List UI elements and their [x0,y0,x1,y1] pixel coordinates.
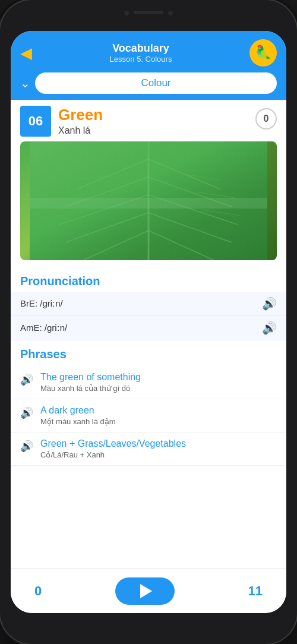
phrase-1-sound-button[interactable]: 🔊 [20,373,33,386]
phrase-item-2: 🔊 A dark green Một màu xanh lá đậm [11,399,286,433]
play-icon [140,584,152,598]
camera-dot [124,11,129,15]
category-bar: ⌄ Colour [11,72,286,100]
ame-sound-button[interactable]: 🔊 [262,321,277,335]
phrase-2-sound-button[interactable]: 🔊 [20,406,33,419]
pronunciation-bre: BrE: /griːn/ 🔊 [11,292,286,316]
play-button[interactable] [115,577,175,605]
phone-top-decoration [124,11,173,15]
word-english: Green [58,106,277,124]
app-header: ◀ Vocabulary Lesson 5. Colours 🦜 [11,31,286,72]
word-vietnamese: Xanh lá [58,125,277,136]
phone-shell: ◀ Vocabulary Lesson 5. Colours 🦜 ⌄ Colou… [0,0,297,644]
parrot-icon[interactable]: 🦜 [249,39,277,67]
ame-text: AmE: /griːn/ [20,323,67,333]
phrase-1-content: The green of something Màu xanh lá của t… [40,372,141,393]
phrase-3-sound-button[interactable]: 🔊 [20,440,33,453]
pronunciation-ame: AmE: /griːn/ 🔊 [11,316,286,340]
phrase-item-1: 🔊 The green of something Màu xanh lá của… [11,366,286,399]
word-number: 06 [20,106,51,137]
phrase-3-english: Green + Grass/Leaves/Vegetables [40,438,186,449]
main-content: 06 Green Xanh lá 0 [11,100,286,569]
sensor-dot [168,11,173,15]
content-spacer [11,466,286,478]
bre-sound-button[interactable]: 🔊 [262,296,277,311]
speaker-dot [134,11,163,14]
bre-text: BrE: /griːn/ [20,298,63,309]
header-center: Vocabulary Lesson 5. Colours [32,42,249,64]
phrase-3-vietnamese: Cỏ/Lá/Rau + Xanh [40,450,186,459]
phrase-2-english: A dark green [40,405,116,416]
header-title: Vocabulary [32,42,249,55]
next-number[interactable]: 11 [248,583,263,599]
phone-screen: ◀ Vocabulary Lesson 5. Colours 🦜 ⌄ Colou… [11,31,286,613]
phrase-item-3: 🔊 Green + Grass/Leaves/Vegetables Cỏ/Lá/… [11,433,286,466]
phrase-2-vietnamese: Một màu xanh lá đậm [40,417,116,426]
bottom-bar: 0 11 [11,569,286,613]
prev-number[interactable]: 0 [34,583,42,599]
word-image [20,141,277,260]
word-info: Green Xanh lá [58,106,277,136]
phrase-1-english: The green of something [40,372,141,383]
category-label[interactable]: Colour [35,72,277,94]
back-button[interactable]: ◀ [20,45,32,61]
word-score: 0 [255,108,277,130]
phrases-title: Phrases [11,340,286,366]
chevron-down-icon[interactable]: ⌄ [20,76,30,90]
header-subtitle: Lesson 5. Colours [32,55,249,64]
phrase-1-vietnamese: Màu xanh lá của thứ gì đó [40,384,141,393]
pronunciation-title: Pronunciation [11,270,286,292]
phrase-3-content: Green + Grass/Leaves/Vegetables Cỏ/Lá/Ra… [40,438,186,459]
svg-rect-18 [30,198,267,209]
word-header: 06 Green Xanh lá 0 [11,100,286,141]
phrase-2-content: A dark green Một màu xanh lá đậm [40,405,116,426]
